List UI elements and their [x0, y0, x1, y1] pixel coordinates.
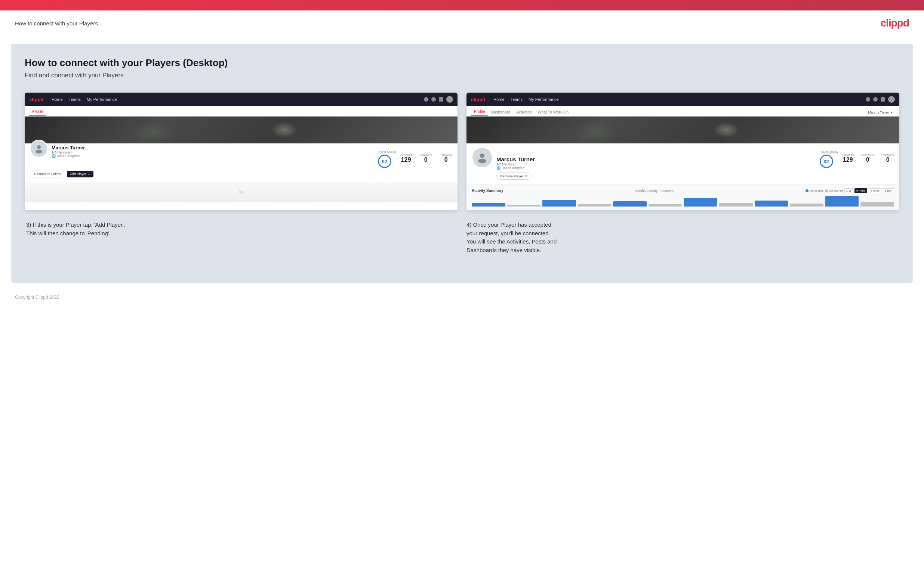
bar-2 — [542, 200, 576, 206]
tab-activities-right[interactable]: Activities — [513, 110, 535, 116]
right-nav-home[interactable]: Home — [493, 97, 504, 102]
right-stats-row: Activities 129 Followers 0 Following 0 — [842, 147, 894, 163]
left-nav-logo: clippd — [29, 97, 44, 102]
right-player-section: Marcus Turner 1-5 Handicap 🌐 United King… — [467, 143, 899, 184]
left-quality-label: Player Quality — [378, 150, 397, 153]
activity-controls: On course Off course 1 yr 6 mths 3 mths … — [806, 188, 894, 193]
right-player-handicap: 1-5 Handicap — [496, 163, 811, 166]
main-content: How to connect with your Players (Deskto… — [11, 44, 913, 283]
user-icon[interactable] — [431, 97, 436, 102]
right-player-name: Marcus Turner — [496, 156, 811, 163]
screenshot-left: clippd Home Teams My Performance Profile — [25, 93, 457, 210]
right-app-nav: clippd Home Teams My Performance — [467, 93, 899, 106]
screenshot-right: clippd Home Teams My Performance Profile… — [467, 93, 899, 210]
svg-point-2 — [480, 153, 485, 158]
left-tab-bar: Profile — [25, 106, 457, 116]
left-player-name: Marcus Turner — [52, 145, 370, 150]
settings-icon[interactable] — [439, 97, 443, 102]
avatar-icon[interactable] — [446, 96, 453, 103]
tab-profile-left[interactable]: Profile — [29, 109, 46, 116]
bar-6-off — [861, 202, 894, 206]
legend-off-course: Off course — [825, 189, 843, 192]
remove-player-container: Remove Player ✕ — [496, 172, 811, 180]
left-nav-teams[interactable]: Teams — [69, 97, 81, 102]
activity-period: Monthly Activity · 6 Months — [634, 189, 674, 193]
bar-6 — [825, 196, 859, 206]
left-avatar — [30, 140, 48, 158]
legend-dot-off — [825, 189, 828, 192]
activity-summary: Activity Summary Monthly Activity · 6 Mo… — [467, 184, 899, 210]
bar-3-off — [649, 204, 682, 206]
right-nav-logo: clippd — [471, 97, 485, 102]
bar-1-off — [507, 205, 541, 206]
left-nav-icons — [424, 96, 453, 103]
right-nav-icons — [866, 96, 895, 103]
settings-icon-right[interactable] — [880, 97, 885, 102]
caption-right: 4) Once your Player has acceptedyour req… — [467, 221, 898, 254]
right-tab-bar: Profile Dashboard Activities What To Wor… — [467, 106, 899, 116]
period-1yr[interactable]: 1 yr — [844, 188, 853, 193]
left-screenshot-bottom: ✂ — [25, 182, 457, 202]
request-follow-button[interactable]: Request to Follow — [31, 171, 64, 177]
left-stat-activities: Activities 129 — [400, 153, 412, 163]
left-nav-home[interactable]: Home — [52, 97, 62, 102]
left-player-section: Marcus Turner 1-5 Handicap 🌐 United King… — [25, 143, 457, 182]
player-dropdown[interactable]: Marcus Turner ▾ — [868, 111, 895, 116]
right-stat-followers: Followers 0 — [861, 153, 874, 163]
left-stats-row: Activities 129 Followers 0 Following 0 — [400, 147, 452, 163]
tab-whattoworkon-right[interactable]: What To Work On — [535, 110, 572, 116]
user-icon-right[interactable] — [873, 97, 878, 102]
bar-5-off — [790, 203, 824, 206]
right-player-country: 🌐 United Kingdom — [496, 166, 811, 170]
left-stat-followers: Followers 0 — [419, 153, 432, 163]
right-quality: Player Quality 92 — [820, 147, 838, 168]
search-icon-right[interactable] — [866, 97, 870, 102]
activity-header: Activity Summary Monthly Activity · 6 Mo… — [472, 188, 894, 193]
scissors-icon: ✂ — [237, 187, 245, 197]
legend-label-on: On course — [809, 189, 824, 192]
svg-point-0 — [37, 145, 41, 149]
left-player-info: Marcus Turner 1-5 Handicap 🌐 United King… — [52, 140, 370, 158]
tab-dashboard-right[interactable]: Dashboard — [488, 110, 513, 116]
search-icon[interactable] — [424, 97, 428, 102]
copyright-text: Copyright Clippd 2022 — [15, 295, 60, 300]
footer: Copyright Clippd 2022 — [0, 290, 924, 305]
left-stat-following: Following 0 — [439, 153, 452, 163]
legend-on-course: On course — [806, 189, 824, 192]
left-player-handicap: 1-5 Handicap — [52, 150, 370, 154]
right-hero-image — [467, 116, 899, 143]
right-quality-circle: 92 — [820, 155, 833, 168]
legend-label-off: Off course — [829, 189, 843, 192]
top-bar — [0, 0, 924, 10]
caption-left-text: 3) If this is your Player tap, 'Add Play… — [26, 221, 457, 237]
chart-bars — [472, 196, 894, 206]
right-nav-teams[interactable]: Teams — [510, 97, 523, 102]
right-nav-performance[interactable]: My Performance — [528, 97, 559, 102]
bar-4 — [684, 198, 717, 206]
left-nav-performance[interactable]: My Performance — [87, 97, 117, 102]
caption-left: 3) If this is your Player tap, 'Add Play… — [26, 221, 457, 254]
caption-right-text: 4) Once your Player has acceptedyour req… — [467, 221, 898, 254]
page-subtitle: Find and connect with your Players — [25, 72, 899, 79]
right-stat-activities: Activities 129 — [842, 153, 854, 163]
captions-row: 3) If this is your Player tap, 'Add Play… — [25, 221, 899, 254]
avatar-icon-right[interactable] — [888, 96, 895, 103]
bar-2-off — [578, 204, 612, 206]
period-6mths[interactable]: 6 mths — [855, 188, 867, 193]
tab-profile-right[interactable]: Profile — [471, 109, 488, 116]
right-hero-overlay — [467, 116, 899, 143]
period-1mth[interactable]: 1 mth — [883, 188, 894, 193]
logo: clippd — [880, 17, 909, 29]
left-action-buttons: Request to Follow Add Player + — [30, 171, 452, 177]
add-player-button[interactable]: Add Player + — [67, 171, 93, 177]
legend-dot-on — [806, 189, 809, 192]
right-player-info: Marcus Turner 1-5 Handicap 🌐 United King… — [496, 147, 811, 180]
page-title: How to connect with your Players (Deskto… — [25, 57, 899, 69]
header: How to connect with your Players clippd — [0, 10, 924, 36]
left-quality: Player Quality 92 — [378, 147, 397, 168]
svg-point-3 — [478, 159, 486, 163]
period-3mths[interactable]: 3 mths — [869, 188, 881, 193]
right-stat-following: Following 0 — [881, 153, 894, 163]
remove-player-button[interactable]: Remove Player ✕ — [496, 172, 531, 180]
left-quality-circle: 92 — [378, 155, 391, 168]
